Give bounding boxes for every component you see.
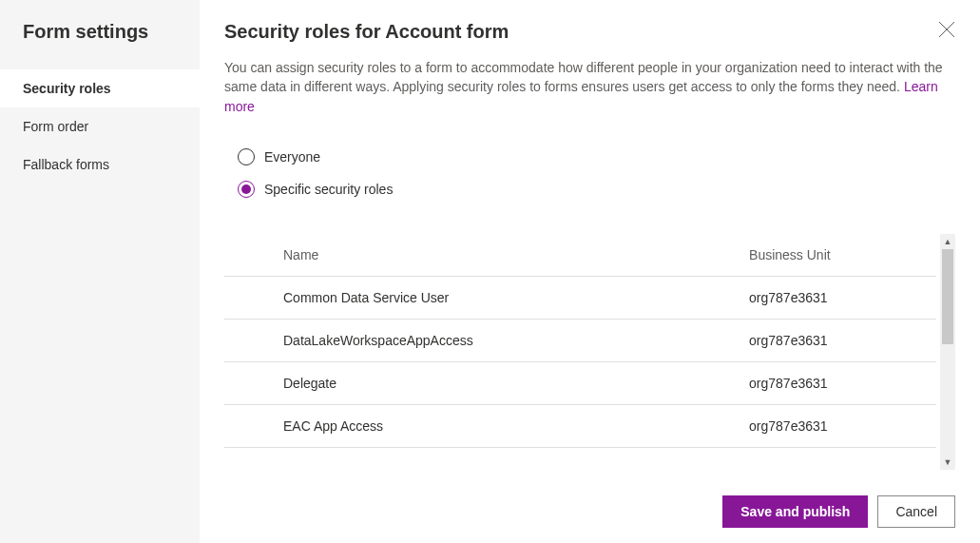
role-name: Delegate (224, 361, 741, 404)
nav-item-form-order[interactable]: Form order (0, 107, 200, 145)
column-header-business-unit[interactable]: Business Unit (741, 234, 936, 277)
roles-table-container: Name Business Unit Common Data Service U… (224, 234, 955, 470)
radio-everyone[interactable]: Everyone (238, 148, 955, 165)
table-row[interactable]: EAC App Access org787e3631 (224, 404, 936, 447)
radio-label: Specific security roles (264, 182, 393, 197)
radio-icon (238, 148, 255, 165)
role-name: Common Data Service User (224, 276, 741, 319)
sidebar: Form settings Security roles Form order … (0, 0, 200, 543)
nav-item-security-roles[interactable]: Security roles (0, 69, 200, 107)
role-name: DataLakeWorkspaceAppAccess (224, 319, 741, 361)
roles-table: Name Business Unit Common Data Service U… (224, 234, 936, 448)
close-button[interactable] (938, 21, 955, 38)
radio-dot-icon (241, 184, 251, 194)
radio-icon (238, 181, 255, 198)
table-row[interactable]: DataLakeWorkspaceAppAccess org787e3631 (224, 319, 936, 361)
footer-actions: Save and publish Cancel (224, 480, 955, 543)
nav-item-fallback-forms[interactable]: Fallback forms (0, 145, 200, 184)
role-business-unit: org787e3631 (741, 404, 936, 447)
radio-group: Everyone Specific security roles (224, 148, 955, 213)
sidebar-title: Form settings (0, 21, 200, 69)
nav-item-label: Security roles (23, 81, 111, 96)
table-row[interactable]: Common Data Service User org787e3631 (224, 276, 936, 319)
role-business-unit: org787e3631 (741, 276, 936, 319)
scrollbar-track[interactable] (940, 249, 955, 455)
scrollbar-thumb[interactable] (942, 249, 953, 344)
roles-table-scroll[interactable]: Name Business Unit Common Data Service U… (224, 234, 955, 470)
scroll-up-arrow-icon[interactable]: ▲ (940, 234, 955, 249)
scrollbar[interactable]: ▲ ▼ (940, 234, 955, 470)
save-and-publish-button[interactable]: Save and publish (722, 495, 868, 528)
close-icon (938, 21, 955, 38)
radio-label: Everyone (264, 149, 320, 165)
page-description: You can assign security roles to a form … (224, 58, 955, 116)
main-panel: Security roles for Account form You can … (200, 0, 980, 543)
nav-item-label: Fallback forms (23, 157, 109, 172)
page-title: Security roles for Account form (224, 21, 955, 43)
role-business-unit: org787e3631 (741, 319, 936, 361)
role-name: EAC App Access (224, 404, 741, 447)
column-header-name[interactable]: Name (224, 234, 741, 277)
role-business-unit: org787e3631 (741, 361, 936, 404)
nav-item-label: Form order (23, 119, 88, 134)
scroll-down-arrow-icon[interactable]: ▼ (940, 455, 955, 470)
radio-specific-security-roles[interactable]: Specific security roles (238, 181, 955, 198)
cancel-button[interactable]: Cancel (877, 495, 955, 528)
table-row[interactable]: Delegate org787e3631 (224, 361, 936, 404)
description-text: You can assign security roles to a form … (224, 60, 943, 94)
